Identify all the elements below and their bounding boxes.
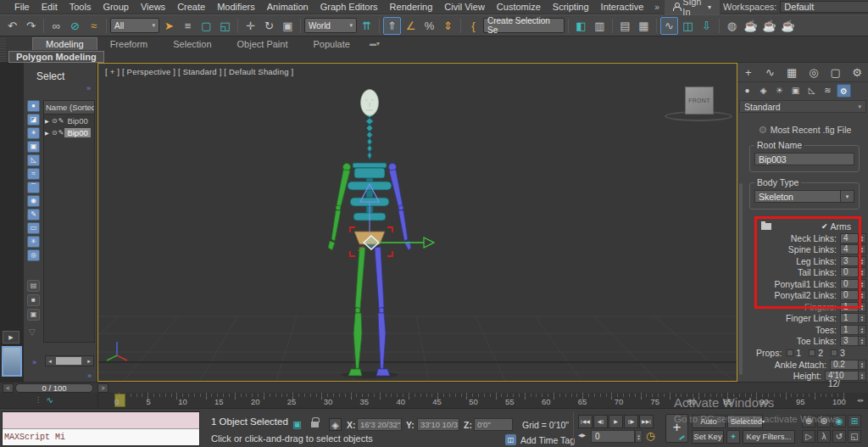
explorer-filter-icon[interactable]: ◎ bbox=[27, 249, 40, 261]
link-value-field[interactable]: 3 bbox=[840, 256, 859, 266]
explorer-filter-icon[interactable]: ◉ bbox=[27, 195, 40, 207]
explorer-filter-icon[interactable]: ◪ bbox=[27, 114, 40, 126]
command-panel-tab[interactable]: ⚙ bbox=[846, 63, 868, 81]
menu-item[interactable]: Civil View bbox=[438, 2, 490, 12]
spinner-snap-icon[interactable]: ⇕ bbox=[439, 17, 457, 35]
transport-button[interactable]: ◀|| bbox=[593, 415, 608, 428]
explorer-tool-icon[interactable]: ■ bbox=[27, 294, 40, 306]
select-and-move-icon[interactable]: ✛ bbox=[242, 17, 259, 35]
named-selection-dropdown[interactable]: Create Selection Se bbox=[483, 18, 565, 33]
filter-funnel-icon[interactable]: ▽ bbox=[29, 327, 36, 337]
transport-button[interactable]: ||▶ bbox=[624, 415, 638, 428]
menu-item[interactable]: Group bbox=[97, 2, 135, 12]
edit-named-selection-icon[interactable]: { bbox=[465, 17, 482, 35]
create-category-icon[interactable]: ☀ bbox=[772, 84, 787, 98]
link-value-field[interactable]: 4 bbox=[840, 233, 859, 243]
ribbon-tab-freeform[interactable]: Freeform bbox=[97, 38, 161, 50]
arms-checkbox[interactable]: ✔ Arms bbox=[821, 221, 851, 232]
menu-item[interactable]: Rendering bbox=[384, 2, 439, 12]
frame-spinner[interactable]: ▴ ▾ bbox=[635, 430, 643, 443]
spin-down-icon[interactable]: ▾ bbox=[861, 365, 864, 368]
layer-manager-icon[interactable]: ▤ bbox=[616, 17, 634, 35]
explorer-tool-icon[interactable]: ▤ bbox=[27, 280, 40, 292]
walk-through-icon[interactable]: λ bbox=[817, 430, 831, 443]
ribbon-more-icon[interactable]: ▬▾ bbox=[370, 40, 380, 47]
select-object-icon[interactable]: ➤ bbox=[160, 17, 178, 35]
selection-filter-dropdown[interactable]: All ▾ bbox=[110, 18, 159, 33]
create-category-icon[interactable]: ◺ bbox=[804, 84, 819, 98]
transport-button[interactable]: |◀◀ bbox=[578, 415, 593, 428]
spinner-arrows[interactable]: ▴ ▾ bbox=[859, 267, 866, 277]
zoom-extents-all-icon[interactable]: ⊞ bbox=[848, 415, 861, 427]
material-editor-icon[interactable]: ◍ bbox=[723, 17, 741, 35]
folder-icon[interactable] bbox=[761, 223, 771, 230]
spin-down-icon[interactable]: ▾ bbox=[861, 284, 864, 288]
window-crossing-icon[interactable]: ◱ bbox=[216, 17, 234, 35]
menu-item[interactable]: Graph Editors bbox=[314, 2, 384, 12]
align-icon[interactable]: ▥ bbox=[591, 17, 609, 35]
y-coordinate-field[interactable]: 33'10 10/3 bbox=[417, 418, 459, 431]
scene-explorer-toggle-icon[interactable]: ▦ bbox=[635, 17, 653, 35]
viewcube[interactable]: FRONT bbox=[685, 87, 714, 115]
pan-view-icon[interactable]: ▷ bbox=[802, 430, 815, 443]
spinner-arrows[interactable]: ▴ ▾ bbox=[859, 302, 866, 312]
spinner-arrows[interactable]: ▴ ▾ bbox=[859, 279, 866, 289]
selection-lock-icon[interactable] bbox=[311, 422, 319, 427]
transport-button[interactable]: ▶▶| bbox=[639, 415, 654, 428]
scroll-left-icon[interactable]: ◂ bbox=[857, 397, 860, 404]
select-and-scale-icon[interactable]: ▣ bbox=[279, 17, 297, 35]
bind-to-space-warp-icon[interactable]: ≈ bbox=[85, 17, 103, 35]
spin-down-icon[interactable]: ▾ bbox=[861, 261, 864, 265]
spin-down-icon[interactable]: ▾ bbox=[861, 295, 864, 299]
menu-item[interactable]: Customize bbox=[491, 2, 547, 12]
create-category-icon[interactable]: ⚙ bbox=[837, 84, 851, 98]
spin-down-icon[interactable]: ▾ bbox=[637, 437, 640, 440]
command-panel-tab[interactable]: ▦ bbox=[781, 63, 803, 81]
mini-curve-editor-icon[interactable]: ∿ bbox=[47, 395, 53, 405]
expand-arrow-icon[interactable]: ▶ bbox=[45, 118, 51, 124]
explorer-expand-chevron[interactable]: » bbox=[86, 84, 91, 92]
body-type-dropdown[interactable]: Skeleton bbox=[754, 190, 841, 203]
z-coordinate-field[interactable]: 0'0" bbox=[474, 418, 513, 431]
menu-item[interactable]: Tools bbox=[64, 2, 97, 12]
orbit-icon[interactable]: ↺ bbox=[832, 430, 846, 443]
param-value-field[interactable]: 1 bbox=[840, 325, 859, 335]
next-frame-button[interactable]: > bbox=[97, 383, 108, 393]
spinner-arrows[interactable]: ▴ ▾ bbox=[859, 360, 866, 370]
command-panel-tab[interactable]: ◎ bbox=[803, 63, 825, 81]
spinner-arrows[interactable]: ▴ ▾ bbox=[859, 233, 866, 243]
rendered-frame-window-icon[interactable]: ☕ bbox=[760, 17, 778, 35]
panel-scrollbar[interactable] bbox=[739, 183, 743, 375]
polygon-modeling-button[interactable]: Polygon Modeling bbox=[8, 51, 104, 63]
snaps-toggle-icon[interactable]: ⇑ bbox=[383, 17, 401, 35]
ribbon-tab-modeling[interactable]: Modeling bbox=[32, 37, 97, 50]
param-value-field[interactable]: 3 bbox=[840, 336, 859, 346]
prop-checkbox[interactable]: 2 bbox=[809, 348, 823, 358]
pick-icon[interactable]: ✎ bbox=[58, 117, 64, 125]
explorer-tool-icon[interactable]: ▣ bbox=[27, 309, 40, 321]
ankle-attach-field[interactable]: 0.2 bbox=[830, 360, 859, 370]
explorer-filter-icon[interactable]: ≈ bbox=[27, 168, 40, 180]
spin-down-icon[interactable]: ▾ bbox=[861, 376, 864, 379]
chevron-down-icon[interactable]: ▾ bbox=[841, 190, 854, 203]
object-row[interactable]: ▶ ⊙ ✎ Bip00 bbox=[44, 115, 94, 126]
create-category-icon[interactable]: ▣ bbox=[788, 84, 803, 98]
frame-step-icon[interactable]: ◀▶ bbox=[578, 432, 586, 438]
clipped-value-field[interactable]: 1 bbox=[840, 302, 859, 312]
explorer-horizontal-scrollbar[interactable]: ◂ ▸ bbox=[45, 355, 94, 366]
explorer-chevron-icon[interactable]: » bbox=[87, 372, 92, 380]
time-slider[interactable]: 0 / 100 bbox=[15, 383, 93, 393]
spinner-arrows[interactable]: ▴ ▾ bbox=[859, 336, 866, 346]
redo-icon[interactable]: ↷ bbox=[22, 17, 40, 35]
maxscript-mini-listener[interactable]: MAXScript Mi bbox=[2, 411, 200, 446]
select-and-rotate-icon[interactable]: ↻ bbox=[260, 17, 278, 35]
command-panel-tab[interactable]: + bbox=[737, 63, 760, 81]
expand-panel-button[interactable]: ▶ bbox=[3, 331, 19, 344]
viewport-header[interactable]: [ + ] [ Perspective ] [ Standard ] [ Def… bbox=[105, 67, 293, 76]
name-column-header[interactable]: Name (Sorted A bbox=[44, 101, 94, 115]
command-panel-tab[interactable]: ▢ bbox=[825, 63, 847, 81]
current-frame-field[interactable]: 0 bbox=[591, 430, 635, 443]
menu-item[interactable]: File bbox=[8, 2, 36, 12]
link-value-field[interactable]: 0 bbox=[840, 290, 859, 300]
link-value-field[interactable]: 0 bbox=[840, 267, 859, 277]
